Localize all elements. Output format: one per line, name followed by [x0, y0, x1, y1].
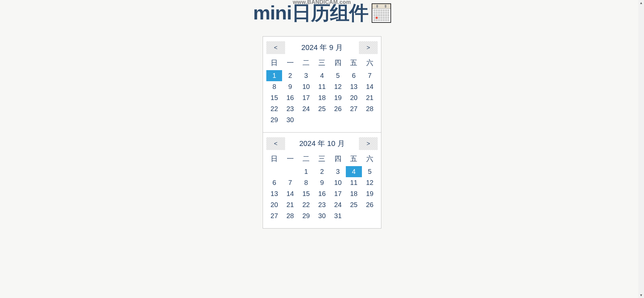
weekday-label: 二: [298, 57, 314, 69]
day-cell[interactable]: 19: [330, 92, 346, 103]
day-cell[interactable]: 1: [266, 70, 282, 81]
day-cell[interactable]: 9: [282, 81, 298, 92]
day-cell[interactable]: 15: [298, 188, 314, 199]
day-cell[interactable]: 6: [266, 177, 282, 188]
weekday-label: 一: [282, 57, 298, 69]
day-cell[interactable]: 12: [362, 177, 378, 188]
next-month-button[interactable]: >: [359, 137, 378, 150]
day-cell[interactable]: 5: [362, 166, 378, 177]
day-cell[interactable]: 20: [346, 92, 362, 103]
day-cell[interactable]: 8: [298, 177, 314, 188]
weekday-label: 五: [346, 153, 362, 165]
day-cell[interactable]: 21: [362, 92, 378, 103]
day-cell[interactable]: 20: [266, 199, 282, 210]
days-grid: 1234567891011121314151617181920212223242…: [266, 70, 378, 126]
weekday-label: 一: [282, 153, 298, 165]
calendar-header: <2024 年 9 月>: [266, 40, 378, 57]
day-cell[interactable]: 8: [266, 81, 282, 92]
day-cell[interactable]: 29: [298, 210, 314, 221]
day-cell[interactable]: 15: [266, 92, 282, 103]
day-cell[interactable]: 13: [266, 188, 282, 199]
weekday-label: 日: [266, 57, 282, 69]
weekday-label: 三: [314, 57, 330, 69]
scroll-up-icon[interactable]: ▲: [638, 0, 644, 6]
day-cell[interactable]: 4: [346, 166, 362, 177]
calendar-header: <2024 年 10 月>: [266, 136, 378, 153]
day-cell[interactable]: 29: [266, 114, 282, 126]
day-cell[interactable]: 3: [330, 166, 346, 177]
day-cell[interactable]: 22: [266, 103, 282, 114]
weekday-label: 日: [266, 153, 282, 165]
day-cell[interactable]: 2: [314, 166, 330, 177]
day-cell[interactable]: 10: [298, 81, 314, 92]
weekday-label: 四: [330, 57, 346, 69]
days-grid: 1234567891011121314151617181920212223242…: [266, 166, 378, 221]
day-cell[interactable]: 22: [298, 199, 314, 210]
day-cell[interactable]: 17: [330, 188, 346, 199]
day-cell[interactable]: 24: [298, 103, 314, 114]
day-cell[interactable]: 27: [266, 210, 282, 221]
day-cell[interactable]: 18: [346, 188, 362, 199]
day-cell[interactable]: 23: [282, 103, 298, 114]
day-cell[interactable]: 11: [314, 81, 330, 92]
month-label: 2024 年 10 月: [299, 139, 345, 149]
day-cell[interactable]: 31: [330, 210, 346, 221]
day-cell[interactable]: 6: [346, 70, 362, 81]
weekday-row: 日一二三四五六: [266, 57, 378, 69]
weekday-label: 三: [314, 153, 330, 165]
day-cell[interactable]: 16: [314, 188, 330, 199]
day-cell[interactable]: 12: [330, 81, 346, 92]
day-cell[interactable]: 24: [330, 199, 346, 210]
day-cell[interactable]: 11: [346, 177, 362, 188]
day-cell[interactable]: 25: [346, 199, 362, 210]
day-cell[interactable]: 30: [282, 114, 298, 126]
calendar: <2024 年 10 月>日一二三四五六12345678910111213141…: [263, 133, 381, 229]
day-cell[interactable]: 30: [314, 210, 330, 221]
day-empty: [282, 166, 298, 177]
month-label: 2024 年 9 月: [301, 43, 343, 53]
day-cell[interactable]: 16: [282, 92, 298, 103]
calendar: <2024 年 9 月>日一二三四五六123456789101112131415…: [263, 36, 381, 133]
day-cell[interactable]: 18: [314, 92, 330, 103]
day-cell[interactable]: 21: [282, 199, 298, 210]
prev-month-button[interactable]: <: [266, 137, 285, 150]
next-month-button[interactable]: >: [359, 41, 378, 54]
day-cell[interactable]: 27: [346, 103, 362, 114]
day-cell[interactable]: 14: [282, 188, 298, 199]
weekday-label: 二: [298, 153, 314, 165]
day-cell[interactable]: 26: [330, 103, 346, 114]
day-cell[interactable]: 14: [362, 81, 378, 92]
day-empty: [266, 166, 282, 177]
weekday-label: 六: [362, 153, 378, 165]
day-cell[interactable]: 3: [298, 70, 314, 81]
day-cell[interactable]: 23: [314, 199, 330, 210]
day-cell[interactable]: 19: [362, 188, 378, 199]
day-cell[interactable]: 5: [330, 70, 346, 81]
prev-month-button[interactable]: <: [266, 41, 285, 54]
weekday-label: 六: [362, 57, 378, 69]
day-cell[interactable]: 2: [282, 70, 298, 81]
day-cell[interactable]: 25: [314, 103, 330, 114]
day-cell[interactable]: 4: [314, 70, 330, 81]
day-cell[interactable]: 17: [298, 92, 314, 103]
day-cell[interactable]: 28: [362, 103, 378, 114]
weekday-label: 四: [330, 153, 346, 165]
day-cell[interactable]: 28: [282, 210, 298, 221]
vertical-scrollbar[interactable]: ▲ ▼: [638, 0, 644, 229]
day-cell[interactable]: 1: [298, 166, 314, 177]
day-cell[interactable]: 9: [314, 177, 330, 188]
day-cell[interactable]: 26: [362, 199, 378, 210]
calendar-icon: [372, 3, 391, 23]
weekday-row: 日一二三四五六: [266, 153, 378, 165]
day-cell[interactable]: 7: [362, 70, 378, 81]
day-cell[interactable]: 10: [330, 177, 346, 188]
day-cell[interactable]: 13: [346, 81, 362, 92]
watermark-text: www.BANDICAM.com: [293, 0, 351, 5]
weekday-label: 五: [346, 57, 362, 69]
day-cell[interactable]: 7: [282, 177, 298, 188]
